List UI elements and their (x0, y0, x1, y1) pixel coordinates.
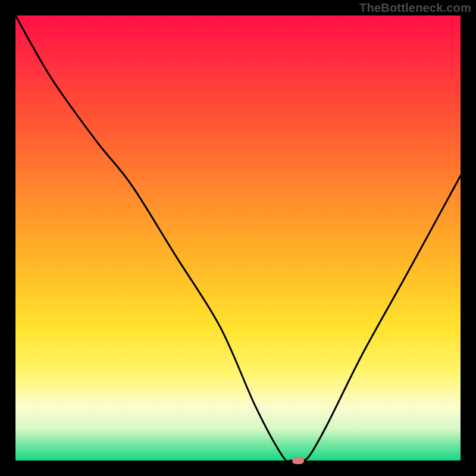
curve-path (15, 15, 461, 461)
chart-container: TheBottleneck.com (0, 0, 476, 476)
watermark-text: TheBottleneck.com (359, 1, 471, 15)
plot-area (15, 15, 461, 461)
optimal-marker (292, 457, 304, 464)
bottleneck-curve (15, 15, 461, 461)
